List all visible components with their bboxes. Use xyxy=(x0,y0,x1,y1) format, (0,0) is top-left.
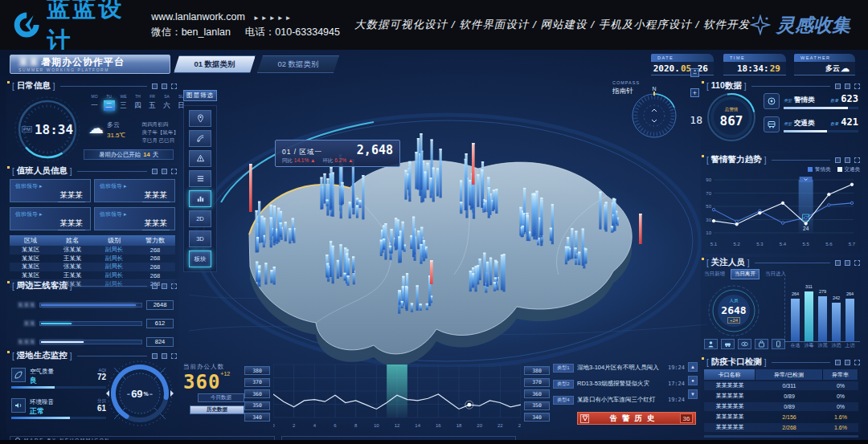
weekday-cell[interactable]: TU二 xyxy=(103,94,115,111)
layer-button-signal[interactable] xyxy=(189,130,211,147)
svg-text:2: 2 xyxy=(293,423,296,428)
expand-icon[interactable] xyxy=(171,169,177,174)
car-icon[interactable] xyxy=(721,339,735,349)
total-alarm-gauge: 总警情867 xyxy=(706,92,757,143)
expand-icon[interactable] xyxy=(171,353,177,359)
duty-col-header: 级别 xyxy=(93,236,135,245)
window-icon[interactable] xyxy=(845,260,850,266)
svg-text:90: 90 xyxy=(706,177,711,182)
weekday-cell[interactable]: MO一 xyxy=(88,94,100,111)
layer-button-chart[interactable] xyxy=(189,190,211,207)
zoom-out-button[interactable]: − xyxy=(690,68,699,77)
office-count: 当前办公人数 360+12 xyxy=(183,363,243,393)
collapse-icon[interactable] xyxy=(152,84,158,89)
layer-button-2D[interactable]: 2D xyxy=(189,210,211,227)
weekday-cell[interactable]: SA六 xyxy=(161,94,173,111)
today-data-button[interactable]: 今日数据 xyxy=(198,393,244,402)
wechat-label: 微信：ben_lanlan xyxy=(151,26,231,38)
focus-tab[interactable]: 当日新增 xyxy=(704,271,725,278)
window-icon[interactable] xyxy=(162,353,167,359)
svg-text:10: 10 xyxy=(374,423,379,428)
expand-icon[interactable] xyxy=(171,283,177,289)
air-quality-metric: 空气质量良 AQI72 xyxy=(11,368,106,389)
panel-title: 周边三线客流 xyxy=(17,280,68,291)
header-line xyxy=(751,86,830,87)
signal-icon xyxy=(196,134,205,143)
collapse-icon[interactable] xyxy=(835,157,841,163)
weekday-cell[interactable]: WE三 xyxy=(117,94,129,111)
zoom-in-button[interactable]: + xyxy=(690,88,699,97)
compass-dial: N xyxy=(625,85,683,143)
tab-data-category-2[interactable]: 02 数据类别 xyxy=(257,55,339,73)
alert-row[interactable]: 类型4某路口有小汽车连闯三个红灯19:24 xyxy=(553,393,698,406)
collapse-icon[interactable] xyxy=(152,283,158,289)
eco-gauge: -69%- xyxy=(106,360,174,427)
alert-row[interactable]: 类型2RD13-53烟感报警疑似火灾17:24 xyxy=(553,377,698,390)
window-icon[interactable] xyxy=(845,360,850,365)
expand-icon[interactable] xyxy=(854,157,860,163)
speaker-icon xyxy=(11,398,26,413)
alert-history-button[interactable]: 告警历史 36 xyxy=(577,412,696,425)
corner-tick xyxy=(7,81,10,84)
panel-header: [值班人员信息] xyxy=(6,165,178,177)
duty-card[interactable]: 值班领导 ▸某某某 xyxy=(10,207,91,230)
clock-time: 18:34 xyxy=(35,122,73,137)
scroll-dot-icon[interactable]: ● xyxy=(688,376,698,385)
phone-icon[interactable] xyxy=(772,339,785,349)
eye-icon[interactable] xyxy=(738,339,751,349)
layer-button-3D[interactable]: 3D xyxy=(189,230,211,247)
history-data-button[interactable]: 历史数据 xyxy=(190,405,244,414)
scroll-down-icon[interactable]: ▼ xyxy=(688,389,698,399)
window-icon[interactable] xyxy=(162,84,167,89)
scroll-up-icon[interactable]: ▲ xyxy=(688,362,698,372)
bag-icon[interactable] xyxy=(755,339,768,349)
gauge-pointer-left xyxy=(103,390,109,397)
expand-icon[interactable] xyxy=(854,260,860,266)
alert-row[interactable]: 类型1湿地3-104片区有不明人员闯入19:24 xyxy=(553,361,698,374)
focus-tab[interactable]: 当日进入 xyxy=(765,271,786,278)
layer-button-list[interactable] xyxy=(189,170,211,187)
duty-card[interactable]: 值班领导 ▸某某某 xyxy=(94,207,175,230)
weekday-cell[interactable]: TH四 xyxy=(132,94,144,111)
collapse-icon[interactable] xyxy=(835,360,841,365)
corner-tick xyxy=(702,155,704,157)
panel-header: [警情警力趋势] xyxy=(701,154,862,165)
window-icon[interactable] xyxy=(845,84,850,89)
expand-icon[interactable] xyxy=(854,360,860,365)
duty-card[interactable]: 值班领导 ▸某某某 xyxy=(10,179,91,202)
panel-focus-persons: [关注人员] 当日新增当日离开当日进入 人员 2648 +24 264在逃311… xyxy=(701,257,862,353)
collapse-icon[interactable] xyxy=(152,353,158,359)
corner-tick xyxy=(7,281,10,283)
lanlan-logo[interactable]: 蓝蓝设计 xyxy=(0,0,135,57)
layer-button-pin[interactable] xyxy=(189,110,211,127)
weekday-cell[interactable]: FR五 xyxy=(146,94,158,111)
panel-110-data: [110数据] 总警情867 类型警情类数量623类型交通类数量421 xyxy=(701,80,862,151)
lunar-line: 闰四月初四 xyxy=(142,120,179,128)
website-link[interactable]: www.lanlanwork.com xyxy=(151,11,245,22)
checkpoint-col-header[interactable]: 卡口名称 xyxy=(704,369,755,380)
window-icon[interactable] xyxy=(162,283,167,289)
person-icon[interactable] xyxy=(704,339,718,349)
collapse-icon[interactable] xyxy=(835,260,841,266)
panel-title: 日常信息 xyxy=(17,80,51,92)
expand-icon[interactable] xyxy=(171,84,177,89)
collapse-icon[interactable] xyxy=(152,169,158,174)
window-icon[interactable] xyxy=(162,169,167,174)
lanlan-logo-icon xyxy=(13,9,40,41)
layer-button-alarm[interactable] xyxy=(189,150,211,167)
window-icon[interactable] xyxy=(845,157,850,163)
trend-chart: 90705030105.15.25.35.45.55.65.724 xyxy=(701,173,858,251)
tab-data-category-1[interactable]: 01 数据类别 xyxy=(174,55,256,73)
alert-scroll: ▲ ● ▼ xyxy=(688,362,698,399)
collection-brand[interactable]: 灵感收集 xyxy=(750,13,868,38)
tooltip-value: 2,648 xyxy=(357,143,393,157)
collapse-icon[interactable] xyxy=(835,84,841,89)
panel-title: 防疫卡口检测 xyxy=(711,356,762,368)
svg-text:24: 24 xyxy=(518,423,521,428)
layer-button-板块[interactable]: 板块 xyxy=(189,251,211,267)
duty-card[interactable]: 值班领导 ▸某某某 xyxy=(94,179,175,202)
expand-icon[interactable] xyxy=(854,84,860,89)
logo-text: 蓝蓝设计 xyxy=(47,0,135,57)
focus-tab[interactable]: 当日离开 xyxy=(731,269,760,279)
flow-row: 某某612 xyxy=(11,318,174,328)
